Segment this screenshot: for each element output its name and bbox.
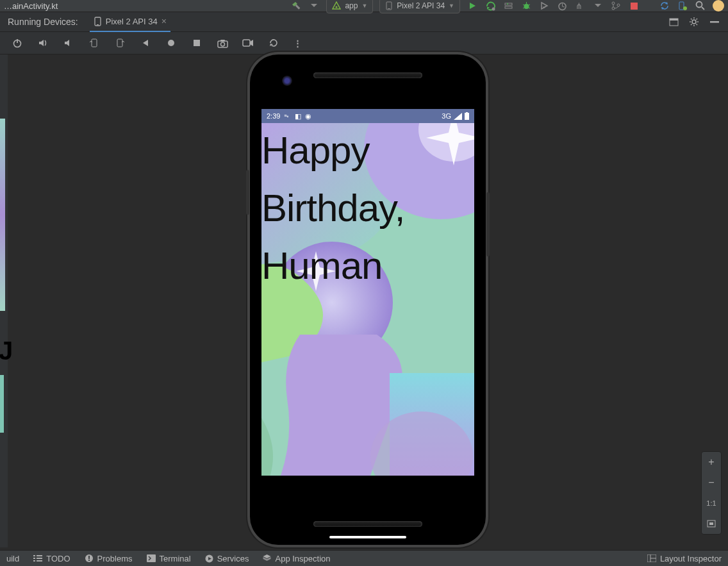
- bottom-tool-bar: uild TODO Problems Terminal Services App…: [0, 550, 728, 566]
- coverage-icon[interactable]: [538, 0, 550, 12]
- sync-icon[interactable]: [659, 0, 670, 12]
- status-charge-icon: ᯓ: [284, 112, 291, 120]
- apply-changes-icon[interactable]: [484, 0, 496, 12]
- svg-rect-69: [88, 560, 90, 561]
- svg-point-18: [612, 2, 615, 4]
- run-icon[interactable]: [467, 0, 478, 12]
- svg-line-16: [562, 6, 565, 7]
- attach-icon[interactable]: ⋔: [574, 0, 586, 12]
- phone-icon: [94, 17, 102, 26]
- svg-rect-62: [37, 555, 42, 556]
- build-tab[interactable]: uild: [6, 554, 19, 563]
- screenshot-icon[interactable]: [217, 37, 228, 49]
- dropdown-arrow-icon[interactable]: [308, 0, 320, 12]
- code-changes-icon[interactable]: [502, 0, 514, 12]
- svg-rect-21: [631, 3, 638, 10]
- gutter-preview-2: [0, 375, 4, 433]
- phone-button-right: [486, 192, 490, 256]
- run-config-selector[interactable]: app ▼: [326, 0, 373, 13]
- zoom-fit-button[interactable]: [702, 513, 721, 534]
- debug-icon[interactable]: [520, 0, 532, 12]
- volume-down-icon[interactable]: [63, 37, 74, 49]
- svg-point-8: [524, 4, 529, 9]
- problems-tab[interactable]: Problems: [85, 554, 133, 563]
- hide-icon[interactable]: [709, 16, 720, 28]
- layout-inspector-tab[interactable]: Layout Inspector: [647, 554, 722, 563]
- services-tab[interactable]: Services: [205, 554, 249, 563]
- svg-line-36: [691, 19, 692, 20]
- battery-icon: [465, 112, 469, 120]
- phone-screen[interactable]: 2:39 ᯓ ◧ ◉ 3G: [261, 109, 474, 476]
- close-icon[interactable]: ×: [161, 16, 167, 26]
- chevron-down-icon: ▼: [449, 3, 454, 9]
- svg-line-13: [529, 8, 530, 8]
- gear-icon[interactable]: [688, 16, 700, 28]
- hammer-icon[interactable]: [290, 0, 302, 12]
- profiler-icon[interactable]: [556, 0, 568, 12]
- svg-rect-61: [33, 555, 35, 556]
- profile-icon[interactable]: [713, 0, 724, 12]
- rotate-left-icon[interactable]: [88, 37, 100, 49]
- status-dnd-icon: ◧: [295, 112, 301, 121]
- terminal-icon: [147, 554, 156, 562]
- svg-rect-50: [243, 40, 250, 46]
- svg-rect-0: [295, 4, 301, 10]
- layout-icon: [647, 554, 656, 562]
- power-icon[interactable]: [12, 37, 23, 49]
- warning-icon: [85, 554, 94, 563]
- svg-point-20: [617, 4, 620, 6]
- svg-rect-6: [505, 6, 512, 8]
- zoom-panel: + − 1:1: [701, 451, 722, 535]
- rotate-right-icon[interactable]: [114, 37, 126, 49]
- zoom-out-button[interactable]: −: [702, 472, 721, 493]
- svg-rect-40: [710, 21, 719, 23]
- svg-line-10: [523, 4, 524, 5]
- status-network: 3G: [442, 112, 451, 120]
- device-selector[interactable]: Pixel 2 API 34 ▼: [379, 0, 460, 13]
- play-circle-icon: [205, 554, 213, 563]
- svg-point-49: [220, 42, 224, 46]
- device-tab-bar: Running Devices: Pixel 2 API 34 ×: [0, 12, 728, 32]
- svg-point-45: [168, 40, 174, 46]
- svg-line-39: [691, 24, 692, 26]
- overview-nav-icon[interactable]: [191, 37, 203, 49]
- svg-rect-52: [466, 112, 468, 113]
- zoom-reset-button[interactable]: 1:1: [702, 493, 721, 513]
- svg-rect-66: [37, 560, 42, 562]
- svg-rect-48: [220, 40, 225, 42]
- emulator-stage: J 2:39 ᯓ ◧ ◉ 3G: [0, 54, 728, 547]
- nav-gesture-bar: [329, 536, 406, 538]
- stop-icon[interactable]: [628, 0, 640, 12]
- record-icon[interactable]: [242, 37, 254, 49]
- avd-icon[interactable]: [677, 0, 688, 12]
- android-status-bar: 2:39 ᯓ ◧ ◉ 3G: [261, 109, 474, 123]
- search-icon[interactable]: [695, 0, 706, 12]
- svg-point-1: [336, 6, 338, 8]
- status-time: 2:39: [267, 112, 280, 120]
- status-app-icon: ◉: [305, 112, 311, 121]
- svg-rect-28: [97, 24, 99, 25]
- device-tab[interactable]: Pixel 2 API 34 ×: [90, 12, 170, 32]
- svg-rect-63: [33, 558, 35, 559]
- home-nav-icon[interactable]: [165, 37, 177, 49]
- chevron-down-icon: ▼: [361, 3, 367, 9]
- svg-line-11: [529, 4, 530, 5]
- git-branch-icon[interactable]: [610, 0, 622, 12]
- device-label: Pixel 2 API 34: [397, 1, 445, 10]
- terminal-tab[interactable]: Terminal: [147, 554, 191, 563]
- svg-rect-30: [670, 19, 678, 21]
- gutter-glyph: J: [0, 337, 13, 365]
- app-inspection-tab[interactable]: App Inspection: [263, 554, 330, 563]
- more-icon[interactable]: ⋮: [294, 38, 303, 48]
- reset-icon[interactable]: [268, 37, 279, 49]
- zoom-in-button[interactable]: +: [702, 452, 721, 472]
- todo-tab[interactable]: TODO: [33, 554, 70, 563]
- back-nav-icon[interactable]: [140, 37, 151, 49]
- volume-up-icon[interactable]: [37, 37, 49, 49]
- window-icon[interactable]: [668, 16, 679, 28]
- phone-button-left: [246, 170, 249, 215]
- phone-frame: 2:39 ᯓ ◧ ◉ 3G: [250, 54, 486, 545]
- svg-rect-46: [194, 40, 200, 46]
- more-run-icon[interactable]: [592, 0, 604, 12]
- file-tab[interactable]: …ainActivity.kt: [4, 1, 58, 11]
